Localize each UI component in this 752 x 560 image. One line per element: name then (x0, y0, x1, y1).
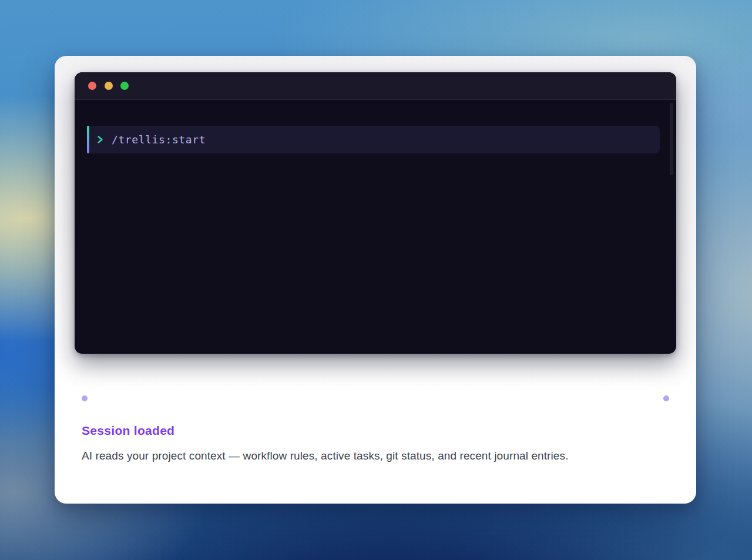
carousel-dot-left (82, 395, 88, 401)
minimize-button[interactable] (105, 82, 113, 90)
caption-title: Session loaded (82, 422, 675, 438)
demo-card: /trellis:start Session loaded AI reads y… (55, 56, 696, 504)
prompt-chevron-icon (96, 135, 104, 144)
terminal-body: /trellis:start (75, 100, 676, 353)
close-button[interactable] (88, 82, 96, 90)
terminal-window: /trellis:start (75, 72, 676, 354)
scrollbar-thumb[interactable] (670, 103, 673, 175)
carousel-dot-right (663, 395, 669, 401)
caption-description: AI reads your project context — workflow… (82, 448, 675, 464)
desktop-wallpaper: /trellis:start Session loaded AI reads y… (0, 0, 752, 560)
maximize-button[interactable] (120, 82, 129, 90)
caption: Session loaded AI reads your project con… (82, 422, 675, 464)
command-text: /trellis:start (112, 133, 206, 146)
command-input[interactable]: /trellis:start (87, 126, 660, 153)
terminal-titlebar (75, 72, 676, 100)
